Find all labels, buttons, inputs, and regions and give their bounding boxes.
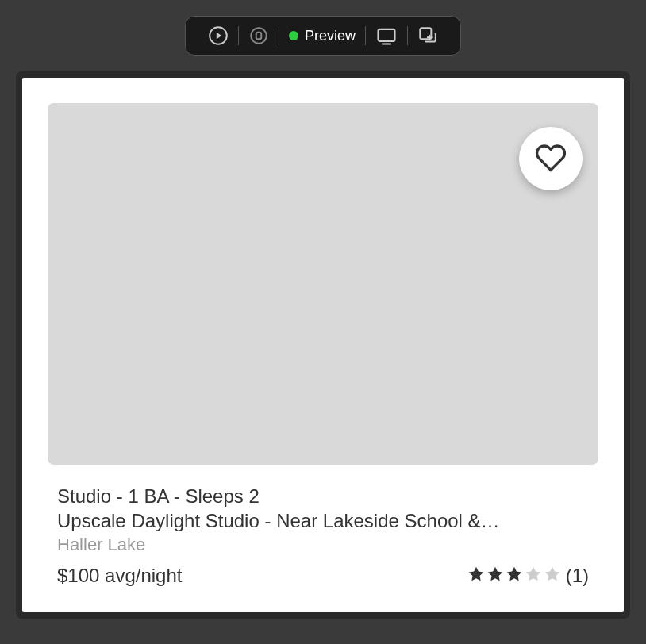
svg-rect-1: [251, 28, 267, 44]
stop-button[interactable]: [239, 23, 279, 48]
star-rating: [467, 565, 561, 586]
new-window-button[interactable]: [408, 23, 448, 48]
listing-location: Haller Lake: [57, 535, 589, 555]
play-button[interactable]: [198, 23, 238, 48]
rating-section: (1): [467, 565, 589, 587]
star-empty-icon: [525, 565, 542, 586]
listing-price: $100 avg/night: [57, 565, 182, 587]
preview-label: Preview: [305, 28, 356, 44]
toolbar: Preview: [0, 0, 646, 71]
rating-count: (1): [566, 565, 589, 587]
preview-content: Studio - 1 BA - Sleeps 2 Upscale Dayligh…: [22, 78, 624, 612]
status-dot-icon: [289, 31, 298, 40]
preview-status[interactable]: Preview: [279, 28, 365, 44]
listing-card[interactable]: Studio - 1 BA - Sleeps 2 Upscale Dayligh…: [48, 103, 598, 587]
duplicate-add-icon: [417, 25, 438, 46]
svg-rect-3: [379, 29, 395, 41]
listing-specs: Studio - 1 BA - Sleeps 2: [57, 484, 589, 508]
device-button[interactable]: [366, 23, 407, 48]
toolbar-pill: Preview: [185, 16, 461, 56]
listing-footer: $100 avg/night: [57, 565, 589, 587]
listing-info: Studio - 1 BA - Sleeps 2 Upscale Dayligh…: [48, 465, 598, 587]
play-circle-icon: [208, 25, 229, 46]
favorite-button[interactable]: [519, 127, 583, 190]
stop-circle-icon: [248, 25, 269, 46]
monitor-icon: [375, 25, 398, 47]
svg-rect-2: [256, 33, 262, 40]
star-filled-icon: [467, 565, 485, 586]
listing-image-placeholder: [48, 103, 598, 465]
star-empty-icon: [544, 565, 561, 586]
listing-title: Upscale Daylight Studio - Near Lakeside …: [57, 508, 589, 533]
heart-icon: [535, 142, 567, 176]
preview-container: Studio - 1 BA - Sleeps 2 Upscale Dayligh…: [16, 71, 630, 619]
star-filled-icon: [506, 565, 523, 586]
star-filled-icon: [486, 565, 504, 586]
